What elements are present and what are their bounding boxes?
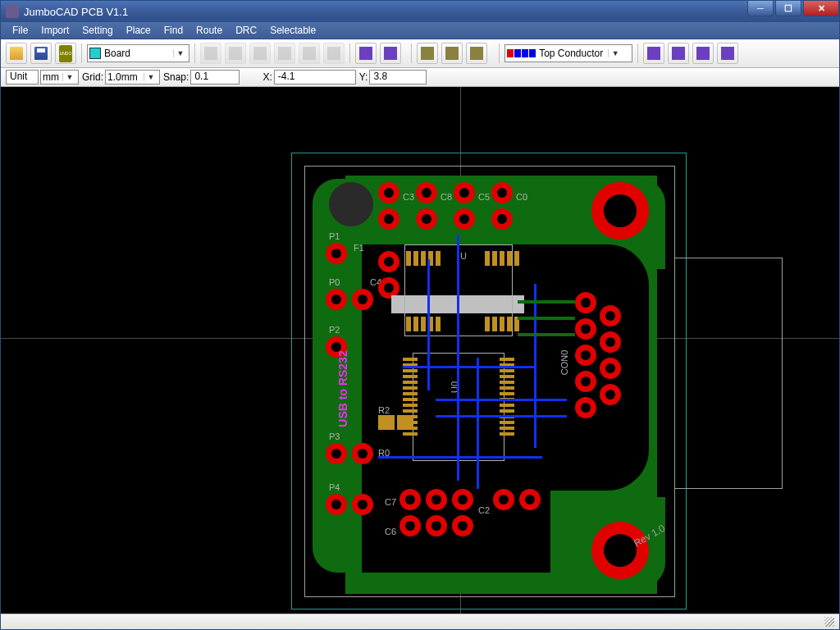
pad (416, 182, 437, 203)
smd-pads-row (485, 251, 519, 266)
grid-button[interactable] (643, 43, 664, 64)
ref-c7: C7 (385, 497, 396, 507)
menu-find[interactable]: Find (158, 23, 189, 38)
tool-4[interactable] (274, 43, 295, 64)
pad-p4a (326, 494, 347, 515)
select-button[interactable] (417, 43, 438, 64)
tool-3[interactable] (249, 43, 271, 64)
chevron-down-icon: ▼ (144, 73, 158, 81)
trace-bottom (534, 284, 536, 448)
cursor-icon (421, 47, 434, 60)
pad (600, 305, 621, 326)
snap-input[interactable]: 0.1 (190, 70, 240, 84)
ref-c5: C5 (478, 192, 490, 202)
snap-label: Snap: (163, 71, 189, 83)
main-toolbar: UNDO Board ▼ Top Conductor ▼ (1, 39, 839, 68)
ref-p3: P3 (329, 431, 340, 441)
save-button[interactable] (30, 43, 52, 64)
tool-6[interactable] (323, 43, 345, 64)
pad (378, 208, 399, 230)
close-button[interactable]: ✕ (803, 1, 839, 16)
board-outline-button[interactable] (380, 43, 401, 64)
route-button[interactable] (466, 43, 487, 64)
active-layer-combo[interactable]: Top Conductor ▼ (504, 44, 632, 62)
undo-button[interactable]: UNDO (55, 43, 76, 64)
layer-view-combo[interactable]: Board ▼ (87, 44, 189, 62)
pad (452, 515, 473, 536)
measure-icon (445, 47, 459, 60)
ref-c2: C2 (478, 505, 490, 515)
y-label: Y: (359, 71, 368, 83)
tool-2[interactable] (225, 43, 246, 64)
trace-bottom (457, 235, 459, 481)
tool-icon (327, 47, 340, 60)
mounting-hole (591, 182, 649, 240)
pad (575, 371, 596, 392)
pcb-canvas[interactable]: P1 F1 P0 P2 P3 P4 C3 C8 C5 C0 C4 CON0 (1, 87, 839, 614)
line-icon (672, 47, 685, 60)
tool-5[interactable] (299, 43, 320, 64)
pad (454, 182, 475, 203)
maximize-button[interactable]: ☐ (775, 1, 801, 16)
ref-con0: CON0 (559, 350, 569, 376)
tool-icon (303, 47, 316, 60)
tool-icon (253, 47, 267, 60)
ref-p2: P2 (329, 325, 340, 335)
window-footer (1, 614, 839, 629)
ref-r2: R2 (378, 405, 390, 415)
minimize-button[interactable]: ─ (747, 1, 774, 16)
menu-place[interactable]: Place (120, 23, 158, 38)
menu-selectable[interactable]: Selectable (263, 23, 322, 38)
y-readout: 3.8 (369, 70, 427, 84)
pad (575, 292, 596, 313)
menu-route[interactable]: Route (189, 23, 229, 38)
measure-button[interactable] (441, 43, 463, 64)
pad (416, 208, 437, 230)
mounting-hole (591, 522, 649, 579)
menu-import[interactable]: Import (34, 23, 75, 38)
ref-c6: C6 (385, 527, 396, 536)
trace-top (518, 333, 575, 336)
origin-button[interactable] (355, 43, 377, 64)
trace-bottom (427, 259, 430, 390)
route-icon (470, 47, 483, 60)
trace-top (518, 300, 575, 304)
board-title-text: USB to RS232 (336, 350, 349, 427)
pad (399, 515, 421, 536)
grid-value: 1.0mm (107, 71, 140, 83)
grid-combo[interactable]: 1.0mm ▼ (105, 70, 160, 84)
smd-pads-row (406, 251, 441, 266)
active-layer-label: Top Conductor (539, 48, 605, 59)
menu-drc[interactable]: DRC (229, 23, 263, 38)
pad (491, 182, 513, 203)
pad (452, 489, 473, 510)
rect-icon (721, 47, 734, 60)
line-button[interactable] (668, 43, 689, 64)
pad-p1 (326, 243, 347, 264)
pad (575, 318, 596, 340)
unit-combo[interactable]: mm ▼ (40, 70, 79, 84)
pad-p4b (352, 494, 373, 515)
undo-icon: UNDO (59, 45, 72, 62)
folder-open-icon (10, 47, 23, 60)
menu-setting[interactable]: Setting (75, 23, 119, 38)
pad (378, 182, 399, 203)
arc-button[interactable] (692, 43, 714, 64)
resize-grip-icon[interactable] (824, 617, 834, 627)
trace-bottom (378, 456, 542, 459)
pad (399, 489, 421, 510)
floppy-disk-icon (34, 47, 48, 60)
trace-top (518, 317, 575, 320)
tool-1[interactable] (200, 43, 221, 64)
pad (575, 397, 596, 418)
menu-file[interactable]: File (6, 23, 34, 38)
grid-icon (647, 47, 660, 60)
open-button[interactable] (6, 43, 27, 64)
ref-c0: C0 (516, 192, 527, 202)
unit-label: Unit (6, 70, 39, 84)
rect-button[interactable] (717, 43, 738, 64)
ref-p1: P1 (329, 231, 340, 241)
layer-view-label: Board (104, 48, 170, 59)
window-title: JumboCAD PCB V1.1 (24, 6, 128, 18)
ref-p0: P0 (329, 277, 340, 287)
